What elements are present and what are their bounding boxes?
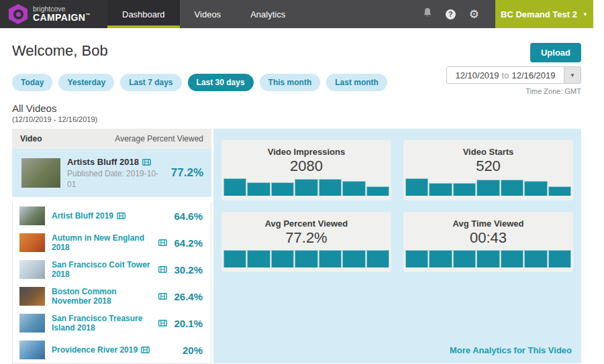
avg-percent-value: 26.4% — [174, 291, 203, 302]
upload-button[interactable]: Upload — [530, 43, 581, 62]
video-title[interactable]: Boston Common November 2018 — [52, 287, 167, 306]
bar — [247, 250, 270, 267]
metric-value: 520 — [403, 158, 573, 175]
nav-tab-analytics[interactable]: Analytics — [236, 0, 300, 28]
brightcove-logo-icon — [9, 4, 28, 24]
nav-tab-videos[interactable]: Videos — [180, 0, 236, 28]
video-list-row[interactable]: Boston Common November 2018 26.4% — [13, 283, 211, 310]
bar — [501, 180, 523, 196]
video-title[interactable]: San Francisco Coit Tower 2018 — [52, 260, 167, 279]
bar — [524, 181, 547, 196]
date-filter-pill-last-month[interactable]: Last month — [326, 74, 387, 91]
bar — [405, 250, 428, 267]
metric-title: Avg Percent Viewed — [221, 219, 391, 229]
video-rows: Artist Bluff 2019 64.6% Autumn in New En… — [12, 202, 211, 364]
avg-percent-value: 64.6% — [174, 210, 203, 222]
video-title[interactable]: San Francisco Treasure Island 2018 — [52, 314, 167, 332]
film-icon — [158, 266, 167, 273]
video-thumbnail — [19, 287, 45, 306]
timezone-label: Time Zone: GMT — [525, 87, 581, 95]
video-title[interactable]: Providence River 2019 — [52, 345, 150, 355]
bar — [453, 183, 476, 196]
avg-percent-value: 64.2% — [174, 237, 203, 249]
video-thumbnail — [21, 158, 60, 188]
film-icon — [117, 213, 125, 219]
date-range-caret-icon[interactable]: ▼ — [564, 66, 581, 84]
bar — [295, 250, 317, 267]
video-list-row[interactable]: San Francisco Treasure Island 2018 20.1% — [13, 310, 211, 337]
more-analytics-link[interactable]: More Analytics for This Video — [450, 345, 572, 355]
film-icon — [158, 320, 167, 326]
table-header: Video Average Percent Viewed — [12, 129, 211, 149]
bar — [453, 250, 476, 267]
bar — [223, 250, 246, 267]
bar — [319, 250, 342, 267]
date-filter-pill-this-month[interactable]: This month — [260, 74, 321, 91]
bar — [548, 250, 571, 267]
date-filter-pill-yesterday[interactable]: Yesterday — [58, 74, 114, 91]
video-table: Video Average Percent Viewed Artists Blu… — [12, 129, 211, 363]
product-name: CAMPAIGN™ — [33, 13, 91, 23]
metric-title: Video Starts — [403, 147, 573, 157]
video-list-row[interactable]: Providence River 2019 20% — [13, 337, 211, 363]
metric-card: Video Starts 520 — [403, 140, 573, 200]
account-dropdown[interactable]: BC Demand Test 2 ▼ — [495, 0, 593, 28]
video-list-row[interactable]: Artist Bluff 2019 64.6% — [13, 202, 211, 229]
bar — [342, 250, 365, 267]
bar — [429, 183, 452, 196]
date-range-picker[interactable]: 12/10/2019to12/16/2019 ▼ — [446, 66, 581, 84]
content-area: Video Average Percent Viewed Artists Blu… — [12, 129, 581, 363]
analytics-panel: Video Impressions 2080 Video Starts 520 … — [213, 129, 581, 363]
video-title[interactable]: Autumn in New England 2018 — [52, 233, 167, 252]
section-title: All Videos — [12, 103, 581, 114]
date-filter-pill-today[interactable]: Today — [12, 74, 52, 91]
video-title[interactable]: Artist Bluff 2019 — [52, 211, 125, 221]
video-thumbnail — [19, 314, 45, 332]
video-title: Artists Bluff 2018 — [67, 156, 164, 168]
bar — [366, 186, 389, 196]
chevron-down-icon: ▼ — [583, 11, 588, 17]
nav-tab-dashboard[interactable]: Dashboard — [107, 0, 180, 28]
date-filter-pill-last-30-days[interactable]: Last 30 days — [188, 74, 254, 91]
settings-gear-icon[interactable]: ⚙ — [469, 9, 479, 20]
bar — [271, 250, 294, 267]
film-icon — [142, 159, 151, 166]
avg-percent-value: 20.1% — [174, 318, 203, 329]
bar — [429, 250, 452, 267]
metric-bar-chart — [221, 249, 391, 267]
app: brightcove CAMPAIGN™ DashboardVideosAnal… — [0, 0, 593, 363]
selected-video-row[interactable]: Artists Bluff 2018 Published Date: 2019-… — [12, 149, 211, 197]
bar — [476, 180, 499, 196]
bar — [366, 250, 389, 267]
bar — [295, 179, 317, 196]
metric-value: 00:43 — [403, 229, 573, 247]
metric-bar-chart — [403, 177, 573, 196]
main-content: Welcome, Bob Upload TodayYesterdayLast 7… — [0, 28, 593, 363]
notifications-bell-icon[interactable] — [423, 7, 432, 21]
avg-percent-value: 77.2% — [171, 166, 203, 180]
avg-percent-value: 20% — [183, 345, 203, 356]
section-date-range: (12/10/2019 - 12/16/2019) — [12, 115, 581, 123]
metric-title: Video Impressions — [221, 147, 391, 157]
bar — [342, 181, 365, 196]
nav-icon-group: ? ⚙ — [423, 0, 495, 28]
bar — [548, 186, 571, 196]
metric-bar-chart — [403, 249, 573, 267]
metric-title: Avg Time Viewed — [403, 219, 573, 229]
top-nav: brightcove CAMPAIGN™ DashboardVideosAnal… — [0, 0, 593, 28]
metric-value: 77.2% — [221, 229, 391, 247]
metric-value: 2080 — [221, 158, 391, 175]
video-thumbnail — [19, 341, 45, 359]
bar — [271, 182, 294, 196]
film-icon — [141, 347, 150, 353]
metric-card: Avg Percent Viewed 77.2% — [221, 212, 391, 272]
metric-cards: Video Impressions 2080 Video Starts 520 … — [221, 140, 573, 272]
date-filter-pill-last-7-days[interactable]: Last 7 days — [120, 74, 181, 91]
help-icon[interactable]: ? — [446, 9, 456, 19]
metric-card: Avg Time Viewed 00:43 — [403, 212, 573, 272]
film-icon — [158, 239, 167, 246]
video-list-row[interactable]: Autumn in New England 2018 64.2% — [13, 229, 211, 256]
column-header-avg-percent: Average Percent Viewed — [115, 134, 203, 143]
film-icon — [158, 293, 167, 300]
video-list-row[interactable]: San Francisco Coit Tower 2018 30.2% — [13, 256, 211, 283]
